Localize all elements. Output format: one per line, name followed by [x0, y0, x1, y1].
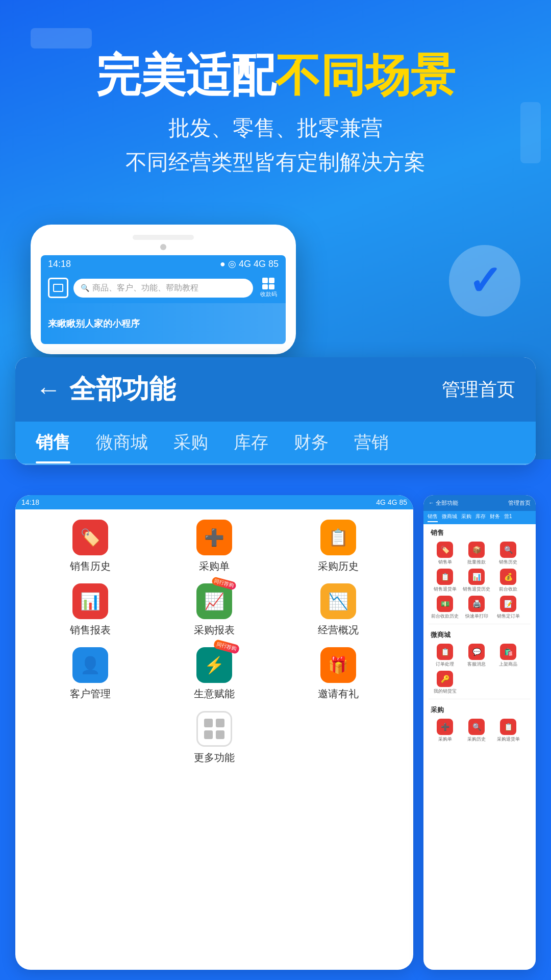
- list-item[interactable]: 👤 客户管理: [55, 647, 126, 701]
- hero-section: 完美适配不同场景 批发、零售、批零兼营 不同经营类型皆有定制解决方案: [0, 31, 551, 179]
- list-item[interactable]: 📦 批量推款: [462, 542, 491, 566]
- more-functions-label: 更多功能: [194, 751, 235, 765]
- list-item[interactable]: 💵 前台收款历史: [431, 596, 459, 620]
- list-item[interactable]: 📊 销售报表: [55, 583, 126, 637]
- list-item[interactable]: ➕ 采购单: [179, 520, 250, 573]
- rp-section-sales: 销售: [429, 524, 531, 540]
- rp-list-product-label: 上架商品: [499, 661, 517, 668]
- phone-scan-icon: [48, 278, 68, 298]
- more-dot-4: [216, 730, 224, 739]
- list-item[interactable]: 🛍️ 上架商品: [494, 644, 522, 668]
- left-phone: 14:18 4G 4G 85 🏷️ 销售历史 ➕ 采购单 📋 采购历史: [15, 495, 413, 970]
- list-item[interactable]: 📋 订单处理: [431, 644, 459, 668]
- business-overview-label: 经营概况: [318, 623, 359, 637]
- fp-title: ← 全部功能: [36, 372, 176, 407]
- right-phone: ← 全部功能 管理首页 销售 微商城 采购 库存 财务 营1 销售 🏷️ 销售单…: [423, 495, 536, 970]
- list-item[interactable]: ⚡ 同行荐购 生意赋能: [179, 647, 250, 701]
- phone-search-input[interactable]: 商品、客户、功能、帮助教程: [73, 279, 253, 298]
- rp-tab-inventory[interactable]: 库存: [475, 513, 486, 522]
- check-circle: [449, 245, 520, 316]
- list-item[interactable]: 💬 客服消息: [462, 644, 491, 668]
- business-empower-icon: ⚡ 同行荐购: [196, 647, 232, 683]
- fp-back-arrow[interactable]: ←: [36, 375, 61, 404]
- phone-notch: [133, 235, 194, 240]
- rp-tab-marketing[interactable]: 营1: [504, 513, 512, 522]
- phone-camera: [160, 244, 166, 250]
- phone-mockup-area: 14:18 ● ◎ 4G 4G 85 商品、客户、功能、帮助教程 收款码 来瞅: [31, 225, 296, 354]
- rp-tab-finance[interactable]: 财务: [490, 513, 500, 522]
- hero-title-white: 完美适配: [96, 50, 276, 101]
- fp-manage-link[interactable]: 管理首页: [442, 377, 515, 402]
- tab-finance[interactable]: 财务: [294, 422, 329, 463]
- grid-row-4: 更多功能: [29, 711, 400, 765]
- hero-subtitle-line1: 批发、零售、批零兼营: [31, 111, 520, 145]
- recommend-badge: 同行荐购: [211, 576, 237, 591]
- right-phone-tabs: 销售 微商城 采购 库存 财务 营1: [423, 511, 536, 524]
- rp-tab-purchase[interactable]: 采购: [461, 513, 471, 522]
- phone-banner: 来瞅瞅别人家的小程序: [41, 303, 286, 344]
- lp-time: 14:18: [21, 498, 39, 506]
- list-item[interactable]: 🏷️ 销售历史: [55, 520, 126, 573]
- main-content: 14:18 4G 4G 85 🏷️ 销售历史 ➕ 采购单 📋 采购历史: [0, 485, 551, 980]
- rp-divider-1: [429, 624, 531, 624]
- rp-cashier-label: 前台收款: [499, 586, 517, 593]
- rp-sales-history-icon: 🔍: [500, 542, 516, 558]
- list-item[interactable]: 🔑 我的销货宝: [431, 671, 459, 695]
- list-item[interactable]: 🖨️ 快速单打印: [462, 596, 491, 620]
- grid-row-2: 📊 销售报表 📈 同行荐购 采购报表 📉 经营概况: [29, 583, 400, 637]
- rp-tab-mini[interactable]: 微商城: [442, 513, 457, 522]
- phone-qr-icon: 收款码: [258, 278, 279, 298]
- sales-report-icon: 📊: [72, 583, 108, 619]
- rp-purchase-hist-label: 采购历史: [467, 736, 486, 743]
- purchase-history-label: 采购历史: [318, 559, 359, 573]
- list-item[interactable]: 📊 销售退货历史: [462, 569, 491, 593]
- business-overview-icon: 📉: [320, 583, 356, 619]
- right-phone-header: ← 全部功能 管理首页: [423, 495, 536, 511]
- invite-reward-icon: 🎁: [320, 647, 356, 683]
- phone-search-bar: 商品、客户、功能、帮助教程 收款码: [41, 273, 286, 303]
- rp-sales-order2-label: 销售定订单: [497, 613, 520, 620]
- more-icon: [196, 711, 232, 747]
- tab-inventory[interactable]: 库存: [234, 422, 268, 463]
- purchase-report-label: 采购报表: [194, 623, 235, 637]
- list-item[interactable]: 📝 销售定订单: [494, 596, 522, 620]
- rp-sales-return-hist-label: 销售退货历史: [463, 586, 490, 593]
- rp-purchase-order-label: 采购单: [438, 736, 452, 743]
- list-item[interactable]: 🔍 采购历史: [462, 719, 491, 743]
- rp-manage[interactable]: 管理首页: [508, 499, 531, 507]
- tab-mini-store[interactable]: 微商城: [96, 422, 148, 463]
- rp-purchase-hist-icon: 🔍: [468, 719, 485, 735]
- list-item[interactable]: 🎁 邀请有礼: [303, 647, 374, 701]
- more-dot-1: [204, 719, 213, 727]
- list-item[interactable]: 📋 采购历史: [303, 520, 374, 573]
- list-item[interactable]: 📈 同行荐购 采购报表: [179, 583, 250, 637]
- phone-banner-text: 来瞅瞅别人家的小程序: [48, 317, 140, 330]
- rp-tab-sales[interactable]: 销售: [428, 513, 438, 522]
- list-item[interactable]: 📋 销售退货单: [431, 569, 459, 593]
- list-item[interactable]: 更多功能: [179, 711, 250, 765]
- list-item[interactable]: 📉 经营概况: [303, 583, 374, 637]
- list-item[interactable]: 📋 采购退货单: [494, 719, 522, 743]
- rp-quick-print-label: 快速单打印: [465, 613, 488, 620]
- rp-sales-return-hist-icon: 📊: [468, 569, 485, 585]
- rp-back[interactable]: ← 全部功能: [429, 499, 458, 507]
- invite-reward-label: 邀请有礼: [318, 687, 359, 701]
- tab-sales[interactable]: 销售: [36, 422, 70, 463]
- purchase-history-icon: 📋: [320, 520, 356, 555]
- rp-sales-history-label: 销售历史: [499, 559, 517, 566]
- list-item[interactable]: 🔍 销售历史: [494, 542, 522, 566]
- rp-sales-bao-icon: 🔑: [437, 671, 453, 687]
- list-item[interactable]: 🏷️ 销售单: [431, 542, 459, 566]
- tab-purchase[interactable]: 采购: [173, 422, 208, 463]
- rp-customer-msg-icon: 💬: [468, 644, 485, 660]
- hero-subtitle-line2: 不同经营类型皆有定制解决方案: [31, 145, 520, 179]
- tab-marketing[interactable]: 营销: [354, 422, 389, 463]
- purchase-order-label: 采购单: [199, 559, 230, 573]
- rp-order-process-icon: 📋: [437, 644, 453, 660]
- hero-title: 完美适配不同场景: [31, 51, 520, 101]
- list-item[interactable]: 💰 前台收款: [494, 569, 522, 593]
- hero-title-yellow: 不同场景: [276, 50, 455, 101]
- lp-signal: 4G 4G 85: [376, 498, 407, 506]
- rp-sales-return-label: 销售退货单: [434, 586, 457, 593]
- list-item[interactable]: ➕ 采购单: [431, 719, 459, 743]
